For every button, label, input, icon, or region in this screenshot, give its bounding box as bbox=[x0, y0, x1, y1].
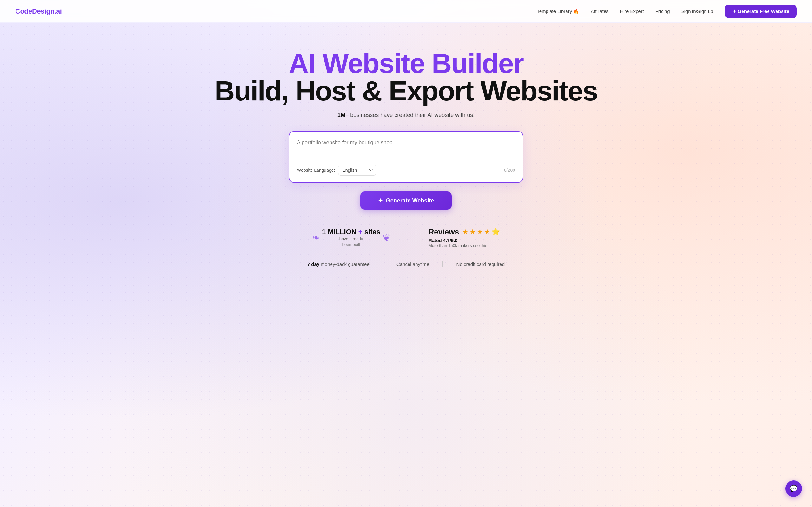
million-stat-text: 1 MILLION + sites have alreadybeen built bbox=[322, 228, 380, 247]
nav-cta-button[interactable]: ✦ Generate Free Website bbox=[725, 5, 797, 18]
prompt-container: Website Language: English Spanish French… bbox=[289, 131, 523, 182]
nav-signin[interactable]: Sign in/Sign up bbox=[681, 9, 713, 14]
rating-sub: More than 150k makers use this bbox=[428, 243, 500, 248]
reviews-header: Reviews ★ ★ ★ ★ ⭐ bbox=[428, 228, 500, 236]
nav-hire-expert[interactable]: Hire Expert bbox=[620, 9, 644, 14]
chat-button[interactable]: 💬 bbox=[785, 481, 802, 497]
logo[interactable]: CodeDesign.ai bbox=[15, 7, 61, 15]
logo-text: CodeDesign bbox=[15, 7, 54, 15]
guarantee-cancel: Cancel anytime bbox=[384, 262, 442, 267]
prompt-footer: Website Language: English Spanish French… bbox=[297, 165, 515, 176]
prompt-input[interactable] bbox=[297, 139, 515, 158]
hero-title-black: Build, Host & Export Websites bbox=[215, 76, 598, 106]
chat-icon: 💬 bbox=[790, 485, 798, 493]
stars-container: ★ ★ ★ ★ ⭐ bbox=[462, 228, 500, 236]
logo-suffix: .ai bbox=[54, 7, 61, 15]
navbar: CodeDesign.ai Template Library 🔥 Affilia… bbox=[0, 0, 812, 23]
star-3: ★ bbox=[477, 228, 483, 236]
million-stat-sub: have alreadybeen built bbox=[322, 236, 380, 247]
nav-template-library[interactable]: Template Library 🔥 bbox=[537, 9, 579, 14]
laurel-wrapper: ❧ 1 MILLION + sites have alreadybeen bui… bbox=[312, 228, 390, 247]
hero-section: AI Website Builder Build, Host & Export … bbox=[0, 23, 812, 287]
stats-section: ❧ 1 MILLION + sites have alreadybeen bui… bbox=[312, 228, 500, 248]
rating-text: Rated 4.7/5.0 bbox=[428, 238, 500, 243]
star-1: ★ bbox=[462, 228, 468, 236]
million-stat-number: 1 MILLION + sites bbox=[322, 228, 380, 236]
hero-subtitle: 1M+ businesses have created their AI web… bbox=[338, 112, 475, 118]
reviews-title: Reviews bbox=[428, 228, 459, 236]
generate-button-label: Generate Website bbox=[386, 198, 434, 204]
nav-links: Template Library 🔥 Affiliates Hire Exper… bbox=[537, 5, 797, 18]
hero-title-purple: AI Website Builder bbox=[289, 48, 523, 79]
guarantee-moneyback: 7 day money-back guarantee bbox=[295, 262, 382, 267]
guarantees-section: 7 day money-back guarantee | Cancel anyt… bbox=[280, 261, 532, 268]
language-selector-wrapper: Website Language: English Spanish French… bbox=[297, 165, 376, 176]
nav-affiliates[interactable]: Affiliates bbox=[591, 9, 608, 14]
guarantee-nocredit: No credit card required bbox=[444, 262, 518, 267]
nav-pricing[interactable]: Pricing bbox=[655, 9, 670, 14]
reviews-stat: Reviews ★ ★ ★ ★ ⭐ Rated 4.7/5.0 More tha… bbox=[428, 228, 500, 248]
language-label: Website Language: bbox=[297, 168, 335, 173]
laurel-right-icon: ❦ bbox=[383, 233, 390, 243]
star-2: ★ bbox=[469, 228, 476, 236]
star-4: ★ bbox=[484, 228, 490, 236]
laurel-left-icon: ❧ bbox=[312, 233, 319, 243]
language-select[interactable]: English Spanish French German Italian Po… bbox=[338, 165, 376, 176]
char-count: 0/200 bbox=[504, 168, 515, 173]
stat-divider bbox=[409, 228, 409, 247]
sparkle-icon: ✦ bbox=[378, 197, 383, 204]
million-sites-stat: ❧ 1 MILLION + sites have alreadybeen bui… bbox=[312, 228, 390, 247]
star-half: ⭐ bbox=[491, 228, 500, 236]
generate-button[interactable]: ✦ Generate Website bbox=[360, 191, 452, 210]
